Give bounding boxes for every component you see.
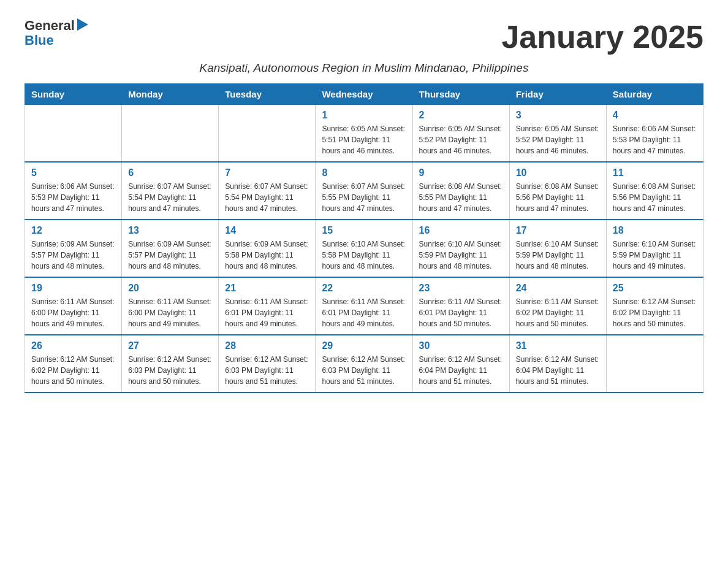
- day-number: 7: [225, 167, 309, 178]
- header-monday: Monday: [122, 84, 219, 105]
- calendar-empty-cell: [219, 105, 316, 163]
- day-number: 15: [322, 225, 406, 236]
- header-wednesday: Wednesday: [316, 84, 412, 105]
- header-saturday: Saturday: [606, 84, 703, 105]
- svg-marker-0: [77, 18, 88, 31]
- calendar-day-25: 25Sunrise: 6:12 AM Sunset: 6:02 PM Dayli…: [606, 277, 703, 335]
- day-number: 24: [516, 283, 600, 294]
- logo-block: General Blue: [25, 18, 88, 48]
- page-header: General Blue January 2025: [25, 18, 703, 55]
- calendar-day-2: 2Sunrise: 6:05 AM Sunset: 5:52 PM Daylig…: [412, 105, 509, 163]
- day-info: Sunrise: 6:12 AM Sunset: 6:02 PM Dayligh…: [613, 296, 697, 329]
- day-number: 25: [613, 283, 697, 294]
- day-number: 29: [322, 340, 406, 351]
- calendar-day-28: 28Sunrise: 6:12 AM Sunset: 6:03 PM Dayli…: [219, 335, 316, 393]
- calendar-week-row: 1Sunrise: 6:05 AM Sunset: 5:51 PM Daylig…: [25, 105, 703, 163]
- calendar-day-6: 6Sunrise: 6:07 AM Sunset: 5:54 PM Daylig…: [122, 162, 219, 220]
- day-info: Sunrise: 6:11 AM Sunset: 6:02 PM Dayligh…: [516, 296, 600, 329]
- calendar-day-21: 21Sunrise: 6:11 AM Sunset: 6:01 PM Dayli…: [219, 277, 316, 335]
- logo-triangle-icon: [77, 18, 88, 31]
- calendar-day-27: 27Sunrise: 6:12 AM Sunset: 6:03 PM Dayli…: [122, 335, 219, 393]
- day-number: 5: [31, 167, 115, 178]
- calendar-empty-cell: [606, 335, 703, 393]
- calendar-day-23: 23Sunrise: 6:11 AM Sunset: 6:01 PM Dayli…: [412, 277, 509, 335]
- calendar-day-22: 22Sunrise: 6:11 AM Sunset: 6:01 PM Dayli…: [316, 277, 412, 335]
- day-info: Sunrise: 6:12 AM Sunset: 6:03 PM Dayligh…: [225, 354, 309, 387]
- calendar-day-24: 24Sunrise: 6:11 AM Sunset: 6:02 PM Dayli…: [509, 277, 606, 335]
- day-number: 12: [31, 225, 115, 236]
- header-sunday: Sunday: [25, 84, 122, 105]
- logo: General Blue: [25, 18, 88, 48]
- day-info: Sunrise: 6:07 AM Sunset: 5:54 PM Dayligh…: [225, 181, 309, 214]
- day-info: Sunrise: 6:12 AM Sunset: 6:03 PM Dayligh…: [322, 354, 406, 387]
- day-info: Sunrise: 6:11 AM Sunset: 6:00 PM Dayligh…: [128, 296, 212, 329]
- day-info: Sunrise: 6:10 AM Sunset: 5:58 PM Dayligh…: [322, 239, 406, 272]
- calendar-day-26: 26Sunrise: 6:12 AM Sunset: 6:02 PM Dayli…: [25, 335, 122, 393]
- day-info: Sunrise: 6:10 AM Sunset: 5:59 PM Dayligh…: [419, 239, 503, 272]
- day-number: 14: [225, 225, 309, 236]
- day-info: Sunrise: 6:07 AM Sunset: 5:54 PM Dayligh…: [128, 181, 212, 214]
- day-info: Sunrise: 6:10 AM Sunset: 5:59 PM Dayligh…: [516, 239, 600, 272]
- day-number: 3: [516, 110, 600, 121]
- day-number: 20: [128, 283, 212, 294]
- day-number: 31: [516, 340, 600, 351]
- day-number: 22: [322, 283, 406, 294]
- calendar-week-row: 5Sunrise: 6:06 AM Sunset: 5:53 PM Daylig…: [25, 162, 703, 220]
- calendar-table: SundayMondayTuesdayWednesdayThursdayFrid…: [25, 83, 703, 393]
- location-title: Kansipati, Autonomous Region in Muslim M…: [25, 61, 703, 75]
- day-number: 30: [419, 340, 503, 351]
- day-number: 28: [225, 340, 309, 351]
- day-number: 11: [613, 167, 697, 178]
- day-number: 8: [322, 167, 406, 178]
- calendar-day-9: 9Sunrise: 6:08 AM Sunset: 5:55 PM Daylig…: [412, 162, 509, 220]
- calendar-day-16: 16Sunrise: 6:10 AM Sunset: 5:59 PM Dayli…: [412, 220, 509, 277]
- day-info: Sunrise: 6:11 AM Sunset: 6:00 PM Dayligh…: [31, 296, 115, 329]
- day-info: Sunrise: 6:11 AM Sunset: 6:01 PM Dayligh…: [322, 296, 406, 329]
- calendar-day-18: 18Sunrise: 6:10 AM Sunset: 5:59 PM Dayli…: [606, 220, 703, 277]
- day-info: Sunrise: 6:05 AM Sunset: 5:51 PM Dayligh…: [322, 123, 406, 156]
- day-number: 2: [419, 110, 503, 121]
- calendar-day-3: 3Sunrise: 6:05 AM Sunset: 5:52 PM Daylig…: [509, 105, 606, 163]
- calendar-day-10: 10Sunrise: 6:08 AM Sunset: 5:56 PM Dayli…: [509, 162, 606, 220]
- calendar-day-29: 29Sunrise: 6:12 AM Sunset: 6:03 PM Dayli…: [316, 335, 412, 393]
- calendar-day-11: 11Sunrise: 6:08 AM Sunset: 5:56 PM Dayli…: [606, 162, 703, 220]
- calendar-day-19: 19Sunrise: 6:11 AM Sunset: 6:00 PM Dayli…: [25, 277, 122, 335]
- day-info: Sunrise: 6:08 AM Sunset: 5:55 PM Dayligh…: [419, 181, 503, 214]
- calendar-empty-cell: [122, 105, 219, 163]
- header-tuesday: Tuesday: [219, 84, 316, 105]
- day-number: 26: [31, 340, 115, 351]
- calendar-day-17: 17Sunrise: 6:10 AM Sunset: 5:59 PM Dayli…: [509, 220, 606, 277]
- logo-blue: Blue: [25, 33, 54, 48]
- day-info: Sunrise: 6:09 AM Sunset: 5:57 PM Dayligh…: [128, 239, 212, 272]
- day-number: 18: [613, 225, 697, 236]
- calendar-day-12: 12Sunrise: 6:09 AM Sunset: 5:57 PM Dayli…: [25, 220, 122, 277]
- day-info: Sunrise: 6:12 AM Sunset: 6:04 PM Dayligh…: [419, 354, 503, 387]
- calendar-day-13: 13Sunrise: 6:09 AM Sunset: 5:57 PM Dayli…: [122, 220, 219, 277]
- day-info: Sunrise: 6:05 AM Sunset: 5:52 PM Dayligh…: [516, 123, 600, 156]
- calendar-empty-cell: [25, 105, 122, 163]
- day-info: Sunrise: 6:09 AM Sunset: 5:58 PM Dayligh…: [225, 239, 309, 272]
- day-info: Sunrise: 6:11 AM Sunset: 6:01 PM Dayligh…: [225, 296, 309, 329]
- day-info: Sunrise: 6:10 AM Sunset: 5:59 PM Dayligh…: [613, 239, 697, 272]
- day-info: Sunrise: 6:12 AM Sunset: 6:04 PM Dayligh…: [516, 354, 600, 387]
- day-info: Sunrise: 6:08 AM Sunset: 5:56 PM Dayligh…: [613, 181, 697, 214]
- day-number: 6: [128, 167, 212, 178]
- calendar-day-15: 15Sunrise: 6:10 AM Sunset: 5:58 PM Dayli…: [316, 220, 412, 277]
- day-info: Sunrise: 6:12 AM Sunset: 6:03 PM Dayligh…: [128, 354, 212, 387]
- calendar-day-31: 31Sunrise: 6:12 AM Sunset: 6:04 PM Dayli…: [509, 335, 606, 393]
- header-friday: Friday: [509, 84, 606, 105]
- calendar-day-7: 7Sunrise: 6:07 AM Sunset: 5:54 PM Daylig…: [219, 162, 316, 220]
- header-thursday: Thursday: [412, 84, 509, 105]
- calendar-day-5: 5Sunrise: 6:06 AM Sunset: 5:53 PM Daylig…: [25, 162, 122, 220]
- calendar-day-4: 4Sunrise: 6:06 AM Sunset: 5:53 PM Daylig…: [606, 105, 703, 163]
- day-info: Sunrise: 6:09 AM Sunset: 5:57 PM Dayligh…: [31, 239, 115, 272]
- day-number: 13: [128, 225, 212, 236]
- calendar-week-row: 12Sunrise: 6:09 AM Sunset: 5:57 PM Dayli…: [25, 220, 703, 277]
- day-number: 9: [419, 167, 503, 178]
- day-info: Sunrise: 6:06 AM Sunset: 5:53 PM Dayligh…: [31, 181, 115, 214]
- month-title: January 2025: [501, 18, 703, 55]
- day-number: 19: [31, 283, 115, 294]
- calendar-day-14: 14Sunrise: 6:09 AM Sunset: 5:58 PM Dayli…: [219, 220, 316, 277]
- day-info: Sunrise: 6:08 AM Sunset: 5:56 PM Dayligh…: [516, 181, 600, 214]
- day-info: Sunrise: 6:05 AM Sunset: 5:52 PM Dayligh…: [419, 123, 503, 156]
